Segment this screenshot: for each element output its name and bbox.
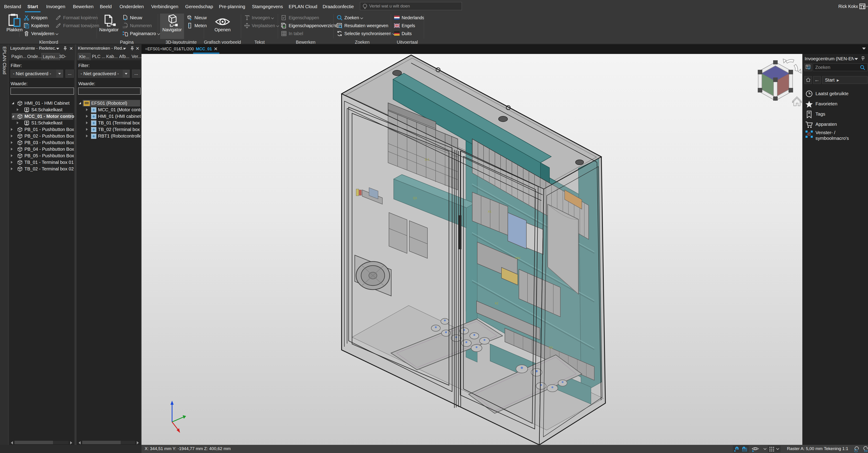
svg-text:123: 123: [122, 26, 127, 29]
svg-text:24V: 24V: [515, 256, 520, 260]
svg-text:1L1: 1L1: [425, 158, 430, 161]
svg-text:X3: X3: [549, 346, 553, 349]
svg-text:X2: X2: [495, 302, 498, 305]
svg-text:Q1: Q1: [413, 196, 417, 200]
svg-text:X1: X1: [488, 210, 492, 213]
svg-text:100: 100: [864, 450, 868, 452]
